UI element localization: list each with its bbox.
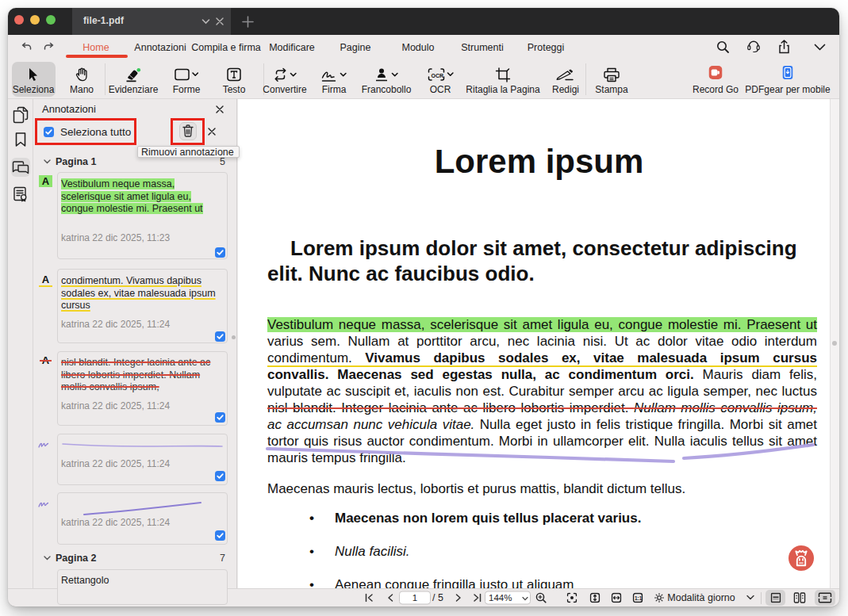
svg-text:1:1: 1:1	[635, 595, 643, 601]
svg-text:OCR: OCR	[432, 73, 444, 78]
